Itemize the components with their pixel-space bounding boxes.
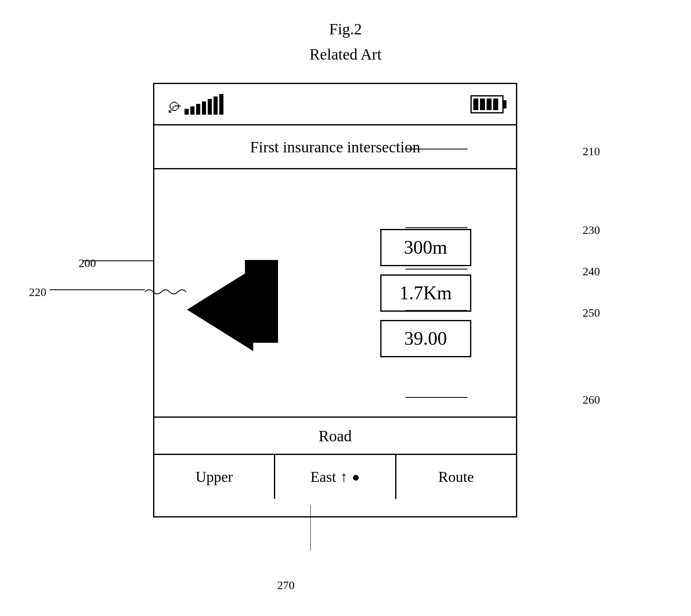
route-button[interactable]: Route: [396, 455, 516, 499]
bar3: [196, 104, 200, 115]
signal-icon: ⌮: [167, 94, 223, 115]
battery-seg4: [493, 99, 498, 110]
road-bar: Road: [154, 418, 516, 455]
distance-far-box: 1.7Km: [380, 274, 471, 312]
figure-title: Fig.2: [0, 17, 691, 42]
distance-near-box: 300m: [380, 229, 471, 266]
distance-near-value: 300m: [404, 236, 447, 258]
bar6: [214, 96, 218, 115]
turn-arrow-svg: [187, 227, 303, 359]
figure-subtitle: Related Art: [0, 42, 691, 67]
bar1: [185, 109, 189, 115]
east-button[interactable]: East ↑ ●: [275, 455, 396, 499]
upper-label: Upper: [196, 468, 233, 486]
bar4: [202, 101, 206, 115]
label-270: 270: [277, 579, 295, 592]
route-label: Route: [438, 468, 474, 486]
upper-button[interactable]: Upper: [154, 455, 275, 499]
nav-area: 300m 1.7Km 39.00: [154, 169, 516, 418]
battery-body: [470, 95, 504, 113]
intersection-bar: First insurance intersection: [154, 125, 516, 169]
up-arrow-icon: ↑: [340, 468, 348, 486]
intersection-label: First insurance intersection: [250, 138, 420, 156]
bar7: [219, 94, 223, 115]
label-230: 230: [583, 224, 600, 237]
device-wrapper: 200 ⌮: [120, 83, 534, 538]
east-content: East ↑ ●: [310, 468, 360, 486]
device-screen: ⌮: [153, 83, 517, 517]
battery-seg2: [480, 99, 485, 110]
battery-icon: [470, 95, 504, 113]
bar5: [208, 99, 212, 115]
bottom-nav-bar: Upper East ↑ ● Route: [154, 455, 516, 499]
label-210: 210: [583, 145, 600, 158]
speed-value: 39.00: [404, 327, 447, 349]
distance-far-value: 1.7Km: [399, 282, 452, 304]
antenna-icon: ⌮: [167, 97, 182, 115]
label-220: 220: [29, 286, 46, 299]
battery-seg3: [487, 99, 492, 110]
bar2: [190, 106, 194, 115]
signal-bars: [185, 94, 223, 115]
east-label: East: [310, 468, 336, 486]
road-label: Road: [319, 427, 352, 445]
label-250: 250: [583, 306, 600, 320]
info-section: 300m 1.7Km 39.00: [335, 169, 516, 416]
label-200: 200: [79, 257, 96, 270]
label-240: 240: [583, 265, 600, 278]
dot-icon: ●: [352, 469, 360, 485]
battery-tip: [503, 100, 506, 108]
battery-seg1: [473, 99, 478, 110]
speed-box: 39.00: [380, 320, 471, 357]
status-bar: ⌮: [154, 84, 516, 125]
label-260: 260: [583, 393, 600, 407]
